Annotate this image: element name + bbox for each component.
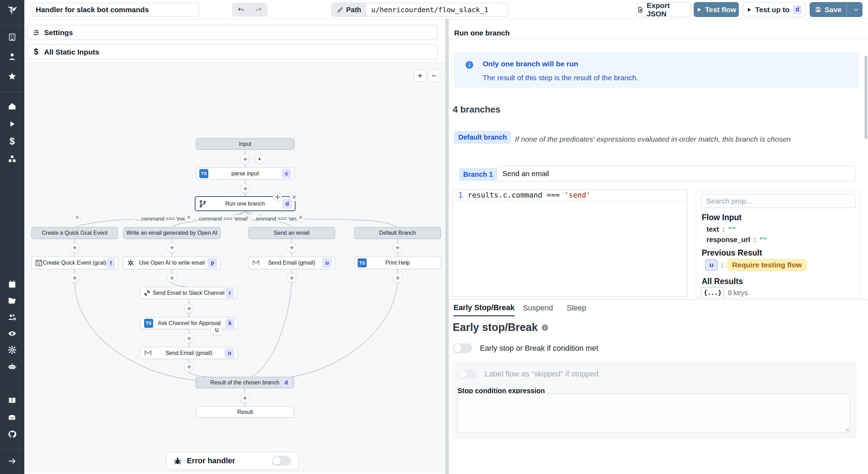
add-step-button[interactable] <box>184 333 194 343</box>
branch-header-node[interactable]: Default Branch <box>354 227 441 239</box>
groups-users-gear-icon[interactable] <box>8 313 17 322</box>
step-label: Print Help <box>385 260 410 266</box>
zoom-in-button[interactable]: + <box>414 69 426 82</box>
branch-header-node[interactable]: Write an email generated by Open AI <box>123 227 220 239</box>
branch-predicate-label[interactable]: ....command === 'email' <box>192 215 250 222</box>
undo-redo-group <box>232 3 267 17</box>
resize-handle-icon[interactable] <box>844 427 849 432</box>
branch-header-node[interactable]: Send an email <box>248 227 335 239</box>
previous-result-row[interactable]: u : Require testing flow <box>705 259 807 271</box>
search-prop-input[interactable] <box>701 194 856 208</box>
save-dropdown-button[interactable] <box>850 2 862 17</box>
settings-gear-icon[interactable] <box>8 345 17 354</box>
branch-header-node[interactable]: Create a Quick Gcal Event <box>31 227 118 239</box>
windmill-logo-icon[interactable] <box>6 3 18 15</box>
save-button-group: Save <box>810 2 862 17</box>
flow-toolbar: Settings $ All Static Inputs <box>24 19 445 63</box>
print-help-step-node[interactable]: TS Print Help <box>354 257 441 269</box>
move-node-button[interactable] <box>273 192 282 201</box>
step-id-badge: k <box>225 318 235 328</box>
delete-node-button[interactable] <box>290 192 299 201</box>
play-icon <box>696 7 702 13</box>
parse-input-node[interactable]: TS parse input c <box>196 167 294 180</box>
stop-condition-textarea[interactable] <box>458 393 850 432</box>
add-step-button[interactable] <box>70 243 80 252</box>
star-icon[interactable] <box>8 72 17 81</box>
early-stop-toggle[interactable] <box>453 343 472 353</box>
redo-button[interactable] <box>252 4 266 15</box>
divider <box>449 39 868 39</box>
plus-icon <box>243 157 248 162</box>
test-flow-button[interactable]: Test flow <box>694 2 739 17</box>
building-icon[interactable] <box>8 33 17 42</box>
error-handler-bar[interactable]: Error handler <box>166 452 299 470</box>
add-step-button[interactable] <box>167 273 177 283</box>
panel-resize-handle[interactable] <box>445 19 449 474</box>
add-step-button[interactable] <box>287 243 297 252</box>
add-step-button[interactable] <box>287 273 297 283</box>
variables-dollar-icon[interactable]: $ <box>8 137 17 146</box>
error-handler-toggle[interactable] <box>272 456 291 466</box>
delete-branch-button[interactable] <box>73 213 82 222</box>
audit-eye-icon[interactable] <box>8 329 17 338</box>
gmail2-step-node[interactable]: Send Email (gmail) o <box>140 347 237 359</box>
add-step-button[interactable] <box>184 362 194 372</box>
add-step-button[interactable] <box>240 184 250 193</box>
branch-predicate-label[interactable]: ...ommand === 'send' <box>250 215 302 222</box>
add-step-button[interactable] <box>393 243 402 252</box>
export-json-button[interactable]: Export JSON <box>636 2 691 17</box>
gcal-step-node[interactable]: 31 Create Quick Event (gcal) t <box>31 257 118 269</box>
result-node[interactable]: Result <box>196 406 294 418</box>
add-step-button[interactable] <box>184 303 194 313</box>
panel-scrollbar[interactable] <box>865 56 867 139</box>
undo-button[interactable] <box>234 4 248 15</box>
all-results-heading: All Results <box>702 277 743 286</box>
github-icon[interactable] <box>8 430 17 439</box>
trigger-button[interactable] <box>255 154 265 164</box>
openai-step-node[interactable]: Use Open AI to write email p <box>123 257 220 269</box>
workers-robot-icon[interactable] <box>8 362 17 371</box>
save-button[interactable]: Save <box>810 2 847 17</box>
all-results-row[interactable]: {...} 8 keys <box>701 287 748 298</box>
resources-cubes-icon[interactable] <box>8 155 17 164</box>
collapse-arrow-icon[interactable] <box>8 457 17 466</box>
branch-predicate-label[interactable]: ....command === 'event' <box>134 215 192 222</box>
prop-row[interactable]: response_url : "" <box>707 236 767 244</box>
path-input[interactable] <box>366 3 508 16</box>
input-node[interactable]: Input <box>196 138 294 150</box>
predicate-code-editor[interactable]: 1 results.c.command === 'send' <box>453 189 687 297</box>
settings-button[interactable]: Settings <box>27 25 438 40</box>
add-step-button[interactable] <box>240 154 250 164</box>
info-icon <box>465 61 474 69</box>
folders-icon[interactable] <box>8 296 17 305</box>
flow-title-input[interactable] <box>31 3 199 17</box>
docs-book-icon[interactable] <box>8 396 17 405</box>
add-step-button[interactable] <box>167 243 177 252</box>
delete-branch-button[interactable] <box>296 213 305 222</box>
info-icon <box>541 324 549 331</box>
test-up-to-button[interactable]: Test up to d <box>743 2 806 17</box>
step-ref-badge[interactable]: u <box>705 259 718 271</box>
add-step-button[interactable] <box>70 273 80 283</box>
branch1-summary-input[interactable] <box>496 166 856 181</box>
object-keys-badge[interactable]: {...} <box>701 287 724 298</box>
person-icon[interactable] <box>8 52 17 61</box>
label-skipped-toggle[interactable] <box>458 369 477 379</box>
schedules-calendar-icon[interactable] <box>8 280 17 289</box>
runs-play-icon[interactable] <box>8 119 17 128</box>
add-step-button[interactable] <box>240 393 250 403</box>
discord-icon[interactable] <box>8 413 17 422</box>
gmail-step-node[interactable]: Send Email (gmail) u <box>248 257 335 269</box>
tab-sleep[interactable]: Sleep <box>567 300 586 316</box>
tab-suspend[interactable]: Suspend <box>523 300 553 316</box>
branch-result-node[interactable]: Result of the chosen branch d <box>195 377 294 388</box>
tab-early-stop-break[interactable]: Early Stop/Break <box>453 300 515 316</box>
zoom-out-button[interactable]: − <box>428 69 440 82</box>
home-icon[interactable] <box>8 102 17 111</box>
flow-canvas[interactable]: + − Input TS parse input c Run one branc… <box>24 63 445 474</box>
all-static-inputs-button[interactable]: $ All Static Inputs <box>27 44 438 59</box>
slack-step-node[interactable]: Send Email to Slack Channel r <box>140 287 237 299</box>
prop-row[interactable]: text : "" <box>707 225 736 233</box>
add-step-button[interactable] <box>393 273 402 283</box>
approval-step-node[interactable]: TS Ask Channel for Approval k <box>141 317 238 329</box>
